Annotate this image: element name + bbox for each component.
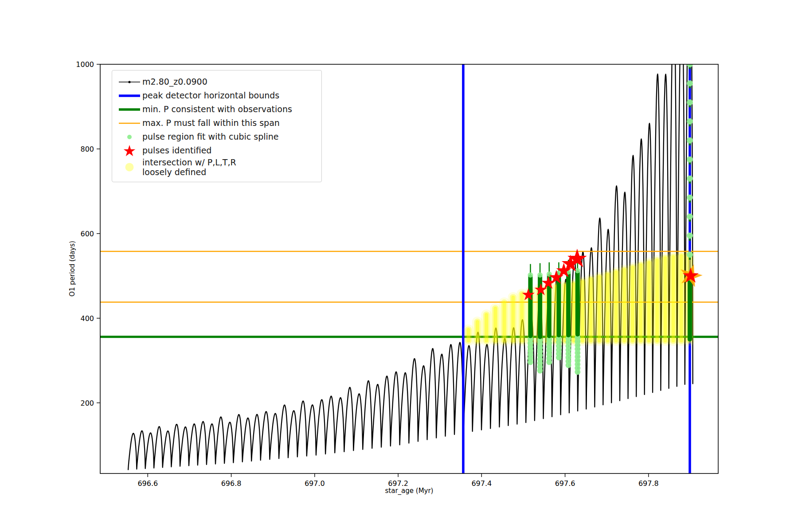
- legend-item-label: m2.80_z0.0900: [142, 77, 207, 86]
- series-line-icon: [117, 75, 142, 89]
- legend-item-label: pulse region fit with cubic spline: [142, 132, 279, 141]
- legend-item-intersection: intersection w/ P,L,T,R loosely defined: [117, 157, 315, 177]
- legend-item-label: max. P must fall within this span: [142, 118, 280, 128]
- blue-line-icon: [117, 89, 142, 102]
- lightgreen-dot-icon: [117, 130, 142, 144]
- legend-item-label: pulses identified: [142, 145, 211, 155]
- y-tick-label: 800: [80, 145, 94, 153]
- legend-item-min-p: min. P consistent with observations: [117, 102, 315, 116]
- yellow-dot-icon: [117, 160, 142, 174]
- legend-item-label: intersection w/ P,L,T,R loosely defined: [142, 157, 236, 177]
- legend-item-peak-bounds: peak detector horizontal bounds: [117, 89, 315, 102]
- y-tick-label: 600: [80, 230, 94, 238]
- legend-item-label: min. P consistent with observations: [142, 104, 292, 114]
- x-tick-label: 697.6: [555, 479, 575, 488]
- legend-item-pulses: pulses identified: [117, 144, 315, 157]
- legend-item-series: m2.80_z0.0900: [117, 75, 315, 89]
- x-tick-label: 697.8: [638, 479, 659, 488]
- red-star-icon: [117, 144, 142, 157]
- legend-item-spline: pulse region fit with cubic spline: [117, 130, 315, 144]
- legend-box: m2.80_z0.0900 peak detector horizontal b…: [112, 70, 322, 182]
- green-line-icon: [117, 103, 142, 116]
- y-tick-label: 200: [80, 399, 94, 407]
- x-tick-label: 697.0: [305, 479, 325, 488]
- legend-item-max-p: max. P must fall within this span: [117, 116, 315, 130]
- x-tick-label: 696.8: [221, 479, 242, 488]
- y-axis-label: O1 period (days): [68, 241, 76, 297]
- x-tick-label: 696.6: [137, 479, 158, 488]
- legend-item-label: peak detector horizontal bounds: [142, 90, 279, 100]
- x-axis-label: star_age (Myr): [385, 487, 434, 495]
- figure-canvas: 696.6696.8697.0697.2697.4697.6697.820040…: [0, 0, 798, 532]
- y-tick-label: 400: [80, 314, 94, 323]
- orange-line-icon: [117, 117, 142, 130]
- y-tick-label: 1000: [76, 60, 94, 69]
- x-tick-label: 697.4: [471, 479, 492, 488]
